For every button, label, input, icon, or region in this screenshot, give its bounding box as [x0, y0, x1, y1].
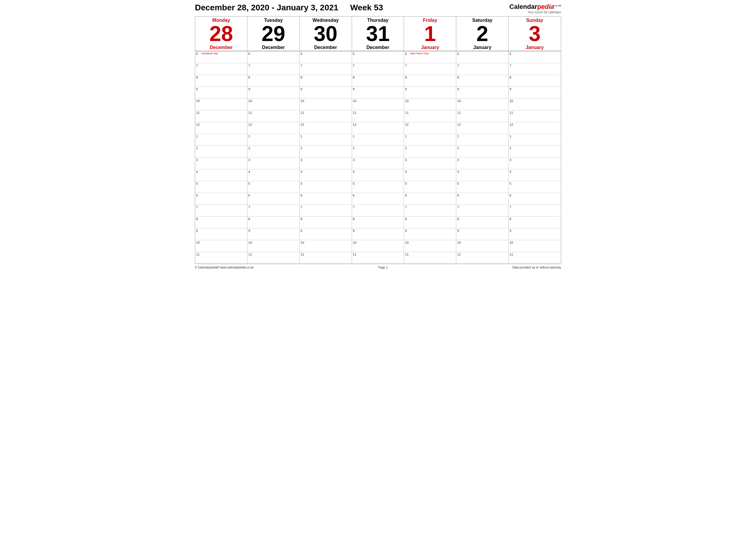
time-row[interactable]: 8 [195, 217, 247, 229]
time-row[interactable]: 11 [509, 110, 561, 122]
time-row[interactable]: 3 [195, 158, 247, 169]
time-row[interactable]: 10 [456, 99, 508, 110]
time-row[interactable]: 7 [300, 205, 352, 217]
time-row[interactable]: 2 [404, 146, 456, 158]
time-row[interactable]: 5 [247, 181, 299, 193]
time-row[interactable]: 8 [247, 75, 299, 87]
time-row[interactable]: 9 [404, 87, 456, 99]
time-row[interactable]: 10 [247, 99, 299, 110]
time-row[interactable]: 1 [352, 134, 404, 146]
time-row[interactable]: 10 [195, 240, 247, 252]
time-row[interactable]: 9 [300, 87, 352, 99]
time-row[interactable]: 6 [404, 193, 456, 205]
time-row[interactable]: 5 [300, 181, 352, 193]
time-row[interactable]: 6 [247, 51, 299, 63]
time-row[interactable]: 1 [247, 134, 299, 146]
time-row[interactable]: 7 [195, 63, 247, 75]
time-row[interactable]: 7 [352, 205, 404, 217]
time-row[interactable]: 9 [404, 229, 456, 240]
time-row[interactable]: 6 [300, 193, 352, 205]
time-row[interactable]: 6 [509, 193, 561, 205]
time-row[interactable]: 7 [247, 205, 299, 217]
time-row[interactable]: 8 [195, 75, 247, 87]
time-row[interactable]: 3 [509, 158, 561, 169]
time-row[interactable]: 6 [456, 193, 508, 205]
time-row[interactable]: 10 [247, 240, 299, 252]
time-row[interactable]: 12 [195, 122, 247, 134]
time-row[interactable]: 5 [456, 181, 508, 193]
time-row[interactable]: 6Substitute day [195, 51, 247, 63]
time-row[interactable]: 10 [404, 99, 456, 110]
time-row[interactable]: 12 [404, 122, 456, 134]
time-row[interactable]: 9 [456, 229, 508, 240]
time-row[interactable]: 2 [352, 146, 404, 158]
time-row[interactable]: 10 [195, 99, 247, 110]
time-row[interactable]: 6 [195, 193, 247, 205]
time-row[interactable]: 11 [195, 252, 247, 264]
time-row[interactable]: 6 [352, 51, 404, 63]
time-row[interactable]: 1 [509, 134, 561, 146]
time-row[interactable]: 10 [509, 240, 561, 252]
time-row[interactable]: 11 [404, 252, 456, 264]
time-row[interactable]: 12 [352, 122, 404, 134]
time-row[interactable]: 11 [247, 252, 299, 264]
time-row[interactable]: 11 [456, 252, 508, 264]
time-row[interactable]: 7 [352, 63, 404, 75]
time-row[interactable]: 9 [300, 229, 352, 240]
time-row[interactable]: 7 [404, 205, 456, 217]
time-row[interactable]: 12 [247, 122, 299, 134]
time-row[interactable]: 3 [352, 158, 404, 169]
time-row[interactable]: 11 [456, 110, 508, 122]
time-row[interactable]: 4 [404, 169, 456, 181]
time-row[interactable]: 7 [509, 63, 561, 75]
time-row[interactable]: 7 [404, 63, 456, 75]
time-row[interactable]: 6 [456, 51, 508, 63]
time-row[interactable]: 4 [509, 169, 561, 181]
time-row[interactable]: 11 [300, 110, 352, 122]
time-row[interactable]: 8 [456, 75, 508, 87]
time-row[interactable]: 11 [247, 110, 299, 122]
time-row[interactable]: 5 [509, 181, 561, 193]
time-row[interactable]: 1 [195, 134, 247, 146]
time-row[interactable]: 6 [247, 193, 299, 205]
time-row[interactable]: 11 [509, 252, 561, 264]
time-row[interactable]: 3 [456, 158, 508, 169]
time-row[interactable]: 7 [509, 205, 561, 217]
time-row[interactable]: 2 [509, 146, 561, 158]
time-row[interactable]: 10 [352, 240, 404, 252]
time-row[interactable]: 3 [247, 158, 299, 169]
time-row[interactable]: 1 [300, 134, 352, 146]
time-row[interactable]: 6New Year's Day [404, 51, 456, 63]
time-row[interactable]: 10 [404, 240, 456, 252]
time-row[interactable]: 11 [352, 252, 404, 264]
time-row[interactable]: 7 [456, 205, 508, 217]
time-row[interactable]: 12 [509, 122, 561, 134]
time-row[interactable]: 4 [247, 169, 299, 181]
time-row[interactable]: 4 [352, 169, 404, 181]
time-row[interactable]: 2 [247, 146, 299, 158]
time-row[interactable]: 6 [509, 51, 561, 63]
time-row[interactable]: 12 [300, 122, 352, 134]
time-row[interactable]: 6 [300, 51, 352, 63]
time-row[interactable]: 9 [509, 87, 561, 99]
time-row[interactable]: 9 [352, 87, 404, 99]
time-row[interactable]: 4 [195, 169, 247, 181]
time-row[interactable]: 8 [300, 75, 352, 87]
time-row[interactable]: 9 [352, 229, 404, 240]
time-row[interactable]: 5 [195, 181, 247, 193]
time-row[interactable]: 8 [509, 217, 561, 229]
time-row[interactable]: 8 [404, 75, 456, 87]
time-row[interactable]: 9 [247, 87, 299, 99]
time-row[interactable]: 9 [195, 87, 247, 99]
time-row[interactable]: 9 [247, 229, 299, 240]
time-row[interactable]: 1 [404, 134, 456, 146]
time-row[interactable]: 10 [509, 99, 561, 110]
time-row[interactable]: 8 [404, 217, 456, 229]
time-row[interactable]: 9 [195, 229, 247, 240]
time-row[interactable]: 2 [195, 146, 247, 158]
time-row[interactable]: 11 [404, 110, 456, 122]
time-row[interactable]: 3 [404, 158, 456, 169]
time-row[interactable]: 4 [456, 169, 508, 181]
time-row[interactable]: 8 [247, 217, 299, 229]
time-row[interactable]: 11 [352, 110, 404, 122]
